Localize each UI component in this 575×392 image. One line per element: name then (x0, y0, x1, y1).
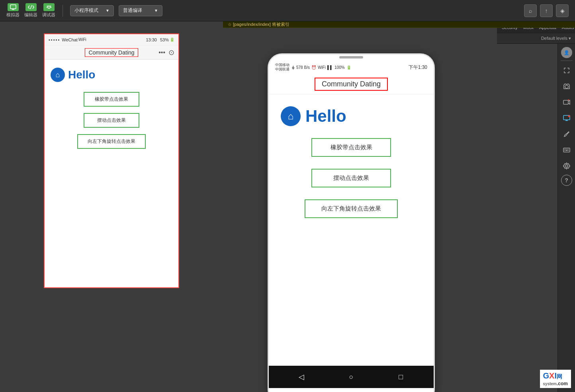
mode-dropdown[interactable]: 小程序模式 ▼ (70, 5, 114, 16)
watermark-x: X (549, 371, 554, 380)
devtools-message-text: ☆ [pages/index/index] 将被索引 (228, 21, 289, 27)
main-area: ••••• WeChat WiFi 13:30 53% 🔋 Community … (0, 21, 575, 392)
small-phone-home-icon: ⌂ (51, 68, 65, 82)
upload-icon[interactable]: ↑ (540, 4, 553, 17)
android-home-btn[interactable]: ○ (344, 370, 358, 384)
target-icon[interactable]: ⊙ (168, 48, 174, 57)
help-icon-btn[interactable]: ? (561, 175, 572, 186)
default-levels[interactable]: Default levels ▾ (541, 36, 571, 41)
watermark-system: system (543, 382, 557, 386)
simulator-icon (8, 3, 19, 11)
large-btn-rotate[interactable]: 向左下角旋转点击效果 (305, 199, 398, 218)
small-phone-navbar: Community Dating ••• ⊙ (45, 45, 178, 60)
preview-icon[interactable]: ◈ (556, 4, 569, 17)
toolbar-icons-right: ⌕ ↑ ◈ (524, 4, 569, 17)
svg-line-4 (47, 6, 48, 7)
svg-point-11 (568, 99, 569, 101)
debugger-icon (43, 3, 55, 11)
mode-dropdown-label: 小程序模式 (74, 7, 98, 14)
more-icon[interactable]: ••• (158, 49, 165, 56)
small-phone-hello-text: Hello (68, 68, 95, 81)
settings-icon-btn[interactable] (559, 159, 574, 173)
large-phone-hello-section: ⌂ Hello (269, 94, 434, 134)
screen-monitor-icon-btn[interactable] (559, 111, 574, 125)
svg-point-15 (568, 115, 570, 117)
screenshot-icon-btn[interactable] (559, 79, 574, 94)
large-phone-home-icon: ⌂ (281, 106, 301, 126)
small-phone-title: Community Dating (85, 48, 138, 57)
small-phone-statusbar: ••••• WeChat WiFi 13:30 53% 🔋 (45, 34, 178, 45)
carrier-info: 中国移动 中国联通 (275, 63, 289, 72)
carrier1: 中国移动 (275, 63, 289, 67)
watermark-net: 网 (557, 373, 562, 380)
notch-pill (339, 56, 363, 59)
video-icon-btn[interactable] (559, 95, 574, 109)
android-back-btn[interactable]: ◁ (294, 370, 309, 384)
user-avatar[interactable]: 👤 (561, 47, 572, 58)
watermark-com: .com (557, 381, 568, 386)
debugger-btn[interactable]: 调试器 (42, 3, 55, 18)
simulator-btn[interactable]: 模拟器 (6, 3, 20, 18)
debugger-label: 调试器 (42, 12, 55, 18)
compiler-dropdown-arrow: ▼ (154, 8, 158, 13)
small-phone-time: 13:30 (146, 37, 157, 42)
small-btn-rotate[interactable]: 向左下角旋转点击效果 (77, 134, 146, 149)
battery-icon2: 🔋 (346, 65, 351, 70)
editor-label: 编辑器 (24, 12, 37, 18)
top-toolbar: 模拟器 编辑器 调试器 小程序模式 ▼ 普通编译 ▼ ⌕ ↑ ◈ (0, 0, 575, 21)
wifi-status: WiFi (318, 65, 326, 70)
compiler-dropdown[interactable]: 普通编译 ▼ (119, 5, 162, 16)
alarm-icon: ⏰ (311, 65, 316, 70)
large-btn-swing[interactable]: 摆动点击效果 (311, 169, 391, 187)
mode-dropdown-arrow: ▼ (106, 8, 110, 13)
right-panel-subheader: Default levels ▾ (497, 33, 575, 44)
small-phone-hello-section: ⌂ Hello (45, 60, 178, 88)
large-phone-title: Community Dating (315, 78, 388, 91)
svg-rect-0 (10, 5, 16, 9)
editor-btn[interactable]: 编辑器 (24, 3, 37, 18)
svg-rect-1 (12, 9, 14, 10)
svg-point-3 (48, 6, 50, 8)
android-recent-btn[interactable]: □ (394, 370, 408, 384)
brush-icon-btn[interactable] (559, 127, 574, 141)
wechat-label: WeChat (62, 37, 78, 42)
svg-point-24 (565, 165, 568, 167)
svg-line-5 (50, 6, 51, 7)
large-phone-time: 下午1:30 (409, 64, 427, 71)
small-phone-simulator: ••••• WeChat WiFi 13:30 53% 🔋 Community … (44, 33, 179, 288)
devtools-message: ☆ [pages/index/index] 将被索引 (223, 21, 575, 28)
avatar-placeholder: 👤 (564, 50, 569, 55)
wifi-icon: WiFi (78, 37, 86, 42)
home-symbol: ⌂ (56, 71, 60, 79)
watermark: GXI网 system.com (540, 370, 571, 388)
large-phone-android-navbar: ◁ ○ □ (269, 366, 434, 388)
small-phone-navbar-icons: ••• ⊙ (158, 48, 174, 57)
toolbar-separator (63, 5, 63, 17)
small-btn-swing[interactable]: 摆动点击效果 (84, 113, 139, 128)
right-sidebar-icons: 👤 (557, 44, 575, 392)
large-phone-container: 中国移动 中国联通 ϕ 578 B/s ⏰ WiFi ▌▌ 100% 🔋 下午1… (223, 28, 479, 392)
search-icon[interactable]: ⌕ (524, 4, 537, 17)
charge-icon: ϕ (292, 65, 295, 70)
signal-dots: ••••• (49, 37, 60, 42)
small-phone-battery: 53% (160, 37, 169, 42)
large-phone-hello-text: Hello (305, 107, 346, 126)
small-phone-buttons: 橡胶带点击效果 摆动点击效果 向左下角旋转点击效果 (45, 88, 178, 153)
large-phone-buttons: 橡胶带点击效果 摆动点击效果 向左下角旋转点击效果 (269, 134, 434, 222)
carrier2: 中国联通 (275, 67, 289, 72)
simulator-label: 模拟器 (6, 12, 20, 18)
large-phone-statusbar: 中国移动 中国联通 ϕ 578 B/s ⏰ WiFi ▌▌ 100% 🔋 下午1… (269, 60, 434, 74)
small-btn-rubber[interactable]: 橡胶带点击效果 (84, 92, 139, 107)
large-phone-navbar: Community Dating (269, 74, 434, 94)
editor-icon (25, 3, 37, 11)
svg-point-9 (565, 85, 568, 88)
keyboard-icon-btn[interactable] (559, 143, 574, 157)
compiler-dropdown-label: 普通编译 (123, 7, 142, 14)
large-btn-rubber[interactable]: 橡胶带点击效果 (311, 138, 391, 157)
large-phone-simulator: 中国移动 中国联通 ϕ 578 B/s ⏰ WiFi ▌▌ 100% 🔋 下午1… (268, 53, 435, 392)
large-phone-gesture-bar: ↩ ⌂ ≡ (269, 388, 434, 392)
left-panel: ••••• WeChat WiFi 13:30 53% 🔋 Community … (0, 21, 223, 392)
expand-icon-btn[interactable] (559, 63, 574, 78)
large-home-symbol: ⌂ (288, 111, 294, 122)
small-phone-content: ⌂ Hello 橡胶带点击效果 摆动点击效果 向左下角旋转点击效果 (45, 60, 178, 287)
